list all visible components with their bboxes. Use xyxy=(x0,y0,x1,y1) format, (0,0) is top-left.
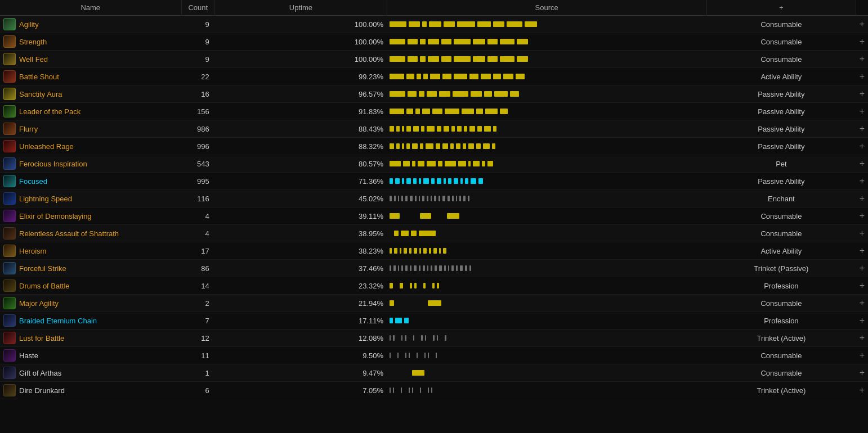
add-button[interactable]: + xyxy=(856,173,868,190)
add-button[interactable]: + xyxy=(856,312,868,330)
pct-cell: 23.32% xyxy=(215,277,387,295)
bar-segment xyxy=(393,387,394,393)
bar-segment xyxy=(400,283,403,288)
add-button[interactable]: + xyxy=(856,208,868,225)
bar-segment xyxy=(493,126,496,132)
pct-cell: 88.32% xyxy=(215,138,387,155)
buff-name: Drums of Battle xyxy=(19,282,70,290)
bar-segment xyxy=(427,126,435,132)
bar-segment xyxy=(460,265,463,271)
bar-segment xyxy=(401,335,402,341)
bar-segment xyxy=(418,161,424,166)
bar-segment xyxy=(439,248,441,254)
bar-segment xyxy=(398,265,399,271)
add-button[interactable]: + xyxy=(856,382,868,399)
add-button[interactable]: + xyxy=(856,295,868,312)
bar-segment xyxy=(428,387,429,393)
buff-icon xyxy=(3,35,16,48)
bars-cell xyxy=(387,190,706,208)
bar-segment xyxy=(473,56,485,62)
bar-segment xyxy=(463,196,466,201)
bar-segment xyxy=(393,265,396,271)
table-row: Elixir of Demonslaying439.11%Consumable+ xyxy=(0,208,868,225)
add-button[interactable]: + xyxy=(856,242,868,260)
buff-icon xyxy=(3,105,16,118)
add-button[interactable]: + xyxy=(856,364,868,382)
bars-cell xyxy=(387,16,706,33)
bar-segment xyxy=(437,126,441,132)
bar-segment xyxy=(413,335,414,341)
bar-segment xyxy=(427,196,428,201)
bar-segment xyxy=(494,91,508,97)
add-button[interactable]: + xyxy=(856,260,868,277)
buff-name: Unleashed Rage xyxy=(19,142,74,151)
add-button[interactable]: + xyxy=(856,138,868,155)
source-cell: Enchant xyxy=(706,190,856,208)
add-button[interactable]: + xyxy=(856,85,868,103)
bars-cell xyxy=(387,51,706,68)
bar-segment xyxy=(448,196,450,201)
bar-segment xyxy=(390,248,392,254)
name-cell: Gift of Arthas xyxy=(0,364,181,382)
header-add[interactable]: + xyxy=(706,0,856,16)
add-button[interactable]: + xyxy=(856,120,868,138)
add-button[interactable]: + xyxy=(856,68,868,85)
bars-cell xyxy=(387,347,706,364)
add-button[interactable]: + xyxy=(856,51,868,68)
bar-segment xyxy=(409,21,420,27)
bar-segment xyxy=(441,56,451,62)
table-row: Sanctity Aura1696.57%Passive Ability+ xyxy=(0,85,868,103)
bar-segment xyxy=(517,39,528,44)
bar-segment xyxy=(400,248,401,254)
add-button[interactable]: + xyxy=(856,225,868,242)
name-cell: Lightning Speed xyxy=(0,190,181,208)
bar-segment xyxy=(451,126,455,132)
bar-segment xyxy=(390,161,401,166)
bar-segment xyxy=(444,126,449,132)
buff-name: Focused xyxy=(19,177,47,186)
bar-segment xyxy=(510,91,519,97)
add-button[interactable]: + xyxy=(856,16,868,33)
bar-segment xyxy=(471,178,476,184)
bar-segment xyxy=(390,353,391,358)
add-button[interactable]: + xyxy=(856,155,868,173)
pct-cell: 71.36% xyxy=(215,173,387,190)
bar-segment xyxy=(469,265,471,271)
bar-segment xyxy=(517,56,528,62)
add-button[interactable]: + xyxy=(856,33,868,51)
bar-segment xyxy=(411,231,417,236)
count-cell: 156 xyxy=(181,103,215,120)
add-button[interactable]: + xyxy=(856,103,868,120)
bar-segment xyxy=(413,126,419,132)
add-button[interactable]: + xyxy=(856,330,868,347)
count-cell: 9 xyxy=(181,51,215,68)
bar-segment xyxy=(445,161,456,166)
pct-cell: 88.43% xyxy=(215,120,387,138)
add-button[interactable]: + xyxy=(856,190,868,208)
bar-segment xyxy=(473,161,480,166)
bar-segment xyxy=(456,143,460,149)
bar-segment xyxy=(431,265,432,271)
bar-segment xyxy=(442,196,445,201)
bar-segment xyxy=(493,21,504,27)
bars-cell xyxy=(387,364,706,382)
name-cell: Flurry xyxy=(0,120,181,138)
add-button[interactable]: + xyxy=(856,347,868,364)
bar-segment xyxy=(406,143,410,149)
bar-segment xyxy=(390,109,404,114)
source-cell: Trinket (Active) xyxy=(706,330,856,347)
bar-segment xyxy=(408,39,418,44)
bar-segment xyxy=(428,300,441,306)
bar-segment xyxy=(436,143,440,149)
count-cell: 995 xyxy=(181,173,215,190)
add-button[interactable]: + xyxy=(856,277,868,295)
bar-segment xyxy=(484,91,492,97)
buff-icon xyxy=(3,192,16,205)
source-cell: Passive Ability xyxy=(706,120,856,138)
buff-name: Elixir of Demonslaying xyxy=(19,212,92,220)
name-cell: Agility xyxy=(0,16,181,33)
bar-segment xyxy=(412,370,424,376)
bar-segment xyxy=(422,21,427,27)
bar-segment xyxy=(415,196,417,201)
source-cell: Passive Ability xyxy=(706,85,856,103)
